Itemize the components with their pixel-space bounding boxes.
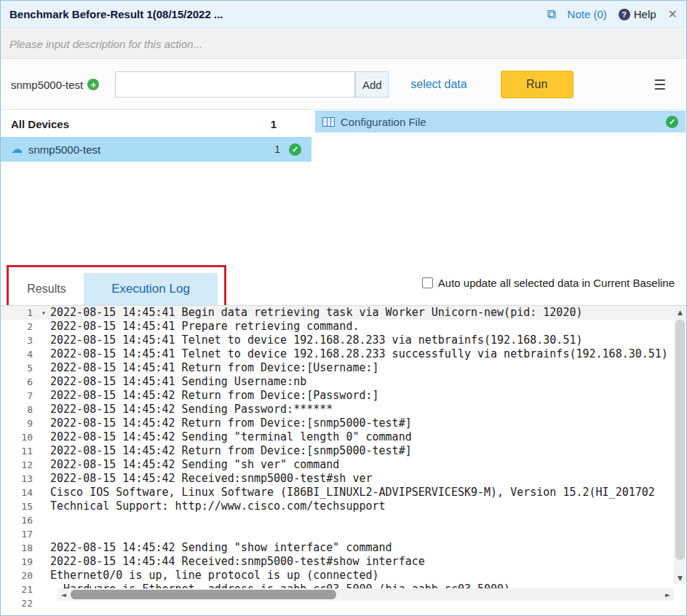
menu-icon[interactable]: ☰ <box>654 78 666 92</box>
log-line: 1▾2022-08-15 14:45:41 Begin data retriev… <box>1 306 686 320</box>
scroll-up-icon[interactable]: ▲ <box>674 306 686 318</box>
caret-spacer <box>37 416 50 430</box>
caret-spacer <box>37 596 50 610</box>
log-line-number: 13 <box>1 472 37 486</box>
search-group: Add <box>115 71 389 98</box>
caret-spacer <box>37 583 50 596</box>
log-line-text: 2022-08-15 14:45:42 Sending "show interf… <box>50 541 392 555</box>
caret-spacer <box>37 486 50 499</box>
log-line-number: 15 <box>1 499 37 513</box>
configuration-file-row[interactable]: Configuration File ✓ <box>315 111 686 133</box>
caret-spacer <box>37 499 50 513</box>
caret-spacer <box>37 347 50 361</box>
log-line-number: 14 <box>1 486 37 499</box>
device-group-label: snmp5000-test <box>11 79 83 91</box>
log-lines: 1▾2022-08-15 14:45:41 Begin data retriev… <box>1 306 686 610</box>
log-line: 15Technical Support: http://www.cisco.co… <box>1 499 686 513</box>
device-row-snmp5000-test[interactable]: ☁ snmp5000-test 1 ✓ <box>1 137 311 162</box>
help-icon: ? <box>619 9 630 20</box>
all-devices-label: All Devices <box>11 118 252 130</box>
log-line: 102022-08-15 14:45:42 Sending "terminal … <box>1 430 686 444</box>
log-line: 52022-08-15 14:45:41 Return from Device:… <box>1 361 686 375</box>
caret-spacer <box>37 333 50 347</box>
horizontal-scrollbar[interactable]: ◄ ► <box>57 588 674 601</box>
log-line: 16 <box>1 513 686 527</box>
log-line: 32022-08-15 14:45:41 Telnet to device 19… <box>1 333 686 347</box>
log-line-text: Technical Support: http://www.cisco.com/… <box>50 499 386 513</box>
execution-log-viewer: 1▾2022-08-15 14:45:41 Begin data retriev… <box>1 305 686 615</box>
benchmark-result-window: Benchmark Before-Result 1(08/15/2022 ...… <box>0 0 687 616</box>
caret-spacer <box>37 472 50 486</box>
configuration-success-icon: ✓ <box>666 116 678 128</box>
device-panel: All Devices 1 ☁ snmp5000-test 1 ✓ <box>1 111 311 259</box>
log-line-number: 6 <box>1 375 37 389</box>
description-input[interactable]: Please input description for this action… <box>9 38 202 50</box>
log-line: 62022-08-15 14:45:41 Sending Username:nb <box>1 375 686 389</box>
log-line: 72022-08-15 14:45:42 Return from Device:… <box>1 389 686 403</box>
log-line-text: 2022-08-15 14:45:41 Telnet to device 192… <box>50 347 668 361</box>
scroll-down-icon[interactable]: ▼ <box>674 572 686 584</box>
vertical-scrollbar[interactable]: ▲ ▼ <box>674 306 686 584</box>
window-title: Benchmark Before-Result 1(08/15/2022 ... <box>9 8 223 20</box>
configuration-file-label: Configuration File <box>341 116 666 128</box>
add-device-group-icon[interactable]: + <box>87 79 99 90</box>
log-line: 92022-08-15 14:45:42 Return from Device:… <box>1 416 686 430</box>
search-input[interactable] <box>115 71 355 98</box>
caret-spacer <box>37 541 50 555</box>
device-icon: ☁ <box>11 143 23 155</box>
help-label: Help <box>634 8 656 20</box>
device-name: snmp5000-test <box>28 143 255 156</box>
log-line: 20Ethernet0/0 is up, line protocol is up… <box>1 569 686 583</box>
log-line-text: 2022-08-15 14:45:42 Sending Password:***… <box>50 403 333 416</box>
log-line-number: 20 <box>1 569 37 583</box>
help-button[interactable]: ? Help <box>619 8 656 20</box>
log-line-text: 2022-08-15 14:45:42 Sending "terminal le… <box>50 430 412 444</box>
log-line-text: 2022-08-15 14:45:44 Received:snmp5000-te… <box>50 555 425 569</box>
caret-spacer <box>37 403 50 416</box>
log-line-text: 2022-08-15 14:45:42 Return from Device:[… <box>50 389 379 403</box>
log-line: 192022-08-15 14:45:44 Received:snmp5000-… <box>1 555 686 569</box>
log-line-text: 2022-08-15 14:45:42 Received:snmp5000-te… <box>50 472 373 486</box>
description-bar: Please input description for this action… <box>1 29 686 59</box>
log-line: 17 <box>1 527 686 541</box>
collapse-caret-icon[interactable]: ▾ <box>37 306 50 320</box>
log-line-number: 12 <box>1 458 37 472</box>
popout-window-icon[interactable]: ⧉ <box>547 8 555 20</box>
log-line-number: 22 <box>1 596 37 610</box>
tabs: Results Execution Log <box>9 273 218 305</box>
log-line: 42022-08-15 14:45:41 Telnet to device 19… <box>1 347 686 361</box>
tab-results[interactable]: Results <box>9 273 84 305</box>
log-line-number: 7 <box>1 389 37 403</box>
auto-update-checkbox[interactable] <box>422 277 433 288</box>
log-line: 82022-08-15 14:45:42 Sending Password:**… <box>1 403 686 416</box>
close-icon[interactable]: ✕ <box>668 9 678 20</box>
auto-update-label: Auto update all selected data in Current… <box>438 277 675 289</box>
note-link[interactable]: Note (0) <box>568 8 607 20</box>
log-line-number: 3 <box>1 333 37 347</box>
caret-spacer <box>37 458 50 472</box>
log-line-text: Ethernet0/0 is up, line protocol is up (… <box>50 569 379 583</box>
log-line-text: 2022-08-15 14:45:42 Sending "sh ver" com… <box>50 458 339 472</box>
log-line: 22022-08-15 14:45:41 Prepare retrieving … <box>1 320 686 333</box>
log-line: 14Cisco IOS Software, Linux Software (I8… <box>1 486 686 499</box>
add-button[interactable]: Add <box>355 71 389 98</box>
caret-spacer <box>37 430 50 444</box>
auto-update-checkbox-row[interactable]: Auto update all selected data in Current… <box>422 277 675 289</box>
scroll-right-icon[interactable]: ► <box>662 588 674 601</box>
log-line-number: 17 <box>1 527 37 541</box>
horizontal-scrollbar-thumb[interactable] <box>71 590 336 599</box>
log-line-number: 9 <box>1 416 37 430</box>
caret-spacer <box>37 527 50 541</box>
vertical-scrollbar-thumb[interactable] <box>675 320 685 560</box>
log-line-text: 2022-08-15 14:45:41 Return from Device:[… <box>50 361 379 375</box>
device-list-header: All Devices 1 <box>1 111 311 137</box>
select-data-link[interactable]: select data <box>410 78 466 91</box>
tab-execution-log[interactable]: Execution Log <box>84 273 218 305</box>
caret-spacer <box>37 375 50 389</box>
device-count: 1 <box>255 143 280 155</box>
log-line-text: Cisco IOS Software, Linux Software (I86B… <box>50 486 655 499</box>
log-line: 182022-08-15 14:45:42 Sending "show inte… <box>1 541 686 555</box>
scroll-left-icon[interactable]: ◄ <box>57 588 70 601</box>
log-line-text: 2022-08-15 14:45:42 Return from Device:[… <box>50 416 412 430</box>
run-button[interactable]: Run <box>501 71 573 98</box>
